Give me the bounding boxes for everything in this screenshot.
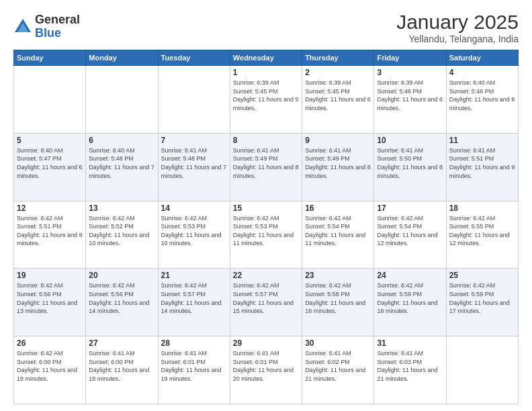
day-number: 4	[449, 68, 515, 77]
calendar-header-row: SundayMondayTuesdayWednesdayThursdayFrid…	[14, 50, 519, 66]
calendar-header-tuesday: Tuesday	[158, 50, 230, 66]
calendar-cell: 12Sunrise: 6:42 AMSunset: 5:51 PMDayligh…	[14, 201, 86, 269]
calendar-week-row: 1Sunrise: 6:39 AMSunset: 5:45 PMDaylight…	[14, 66, 519, 134]
calendar-cell: 3Sunrise: 6:39 AMSunset: 5:46 PMDaylight…	[374, 66, 446, 134]
title-area: January 2025 Yellandu, Telangana, India	[396, 11, 519, 44]
calendar-cell	[86, 66, 158, 134]
calendar-week-row: 5Sunrise: 6:40 AMSunset: 5:47 PMDaylight…	[14, 133, 519, 201]
calendar-cell: 9Sunrise: 6:41 AMSunset: 5:49 PMDaylight…	[302, 133, 374, 201]
calendar-cell: 22Sunrise: 6:42 AMSunset: 5:57 PMDayligh…	[230, 269, 302, 336]
day-info: Sunrise: 6:42 AMSunset: 5:56 PMDaylight:…	[89, 281, 154, 315]
calendar-cell: 14Sunrise: 6:42 AMSunset: 5:53 PMDayligh…	[158, 201, 230, 269]
calendar-cell: 20Sunrise: 6:42 AMSunset: 5:56 PMDayligh…	[86, 269, 158, 336]
calendar-week-row: 19Sunrise: 6:42 AMSunset: 5:56 PMDayligh…	[14, 269, 519, 336]
day-info: Sunrise: 6:42 AMSunset: 5:58 PMDaylight:…	[305, 281, 371, 315]
day-number: 26	[17, 338, 83, 348]
day-info: Sunrise: 6:42 AMSunset: 6:00 PMDaylight:…	[17, 349, 83, 383]
day-info: Sunrise: 6:42 AMSunset: 5:52 PMDaylight:…	[89, 214, 154, 248]
calendar-cell: 26Sunrise: 6:42 AMSunset: 6:00 PMDayligh…	[14, 336, 86, 404]
day-number: 14	[161, 203, 227, 213]
day-info: Sunrise: 6:42 AMSunset: 5:57 PMDaylight:…	[233, 281, 299, 315]
logo-general: General	[35, 13, 80, 27]
calendar-cell: 8Sunrise: 6:41 AMSunset: 5:49 PMDaylight…	[230, 133, 302, 201]
day-info: Sunrise: 6:41 AMSunset: 5:49 PMDaylight:…	[305, 146, 371, 180]
day-number: 27	[89, 338, 154, 348]
calendar-cell: 29Sunrise: 6:41 AMSunset: 6:01 PMDayligh…	[230, 336, 302, 404]
calendar-cell: 19Sunrise: 6:42 AMSunset: 5:56 PMDayligh…	[14, 269, 86, 336]
day-number: 9	[305, 136, 371, 145]
day-number: 13	[89, 203, 154, 213]
day-info: Sunrise: 6:42 AMSunset: 5:57 PMDaylight:…	[161, 281, 227, 315]
day-info: Sunrise: 6:42 AMSunset: 5:53 PMDaylight:…	[233, 214, 299, 248]
day-number: 5	[17, 136, 83, 145]
day-info: Sunrise: 6:42 AMSunset: 5:59 PMDaylight:…	[377, 281, 443, 315]
day-info: Sunrise: 6:41 AMSunset: 6:03 PMDaylight:…	[377, 349, 443, 383]
day-info: Sunrise: 6:41 AMSunset: 6:02 PMDaylight:…	[305, 349, 371, 383]
calendar-cell: 17Sunrise: 6:42 AMSunset: 5:54 PMDayligh…	[374, 201, 446, 269]
day-number: 20	[89, 271, 154, 280]
day-info: Sunrise: 6:41 AMSunset: 5:50 PMDaylight:…	[377, 146, 443, 180]
page: General Blue January 2025 Yellandu, Tela…	[0, 0, 532, 411]
day-info: Sunrise: 6:40 AMSunset: 5:47 PMDaylight:…	[17, 146, 83, 180]
logo: General Blue	[13, 13, 80, 40]
calendar-week-row: 12Sunrise: 6:42 AMSunset: 5:51 PMDayligh…	[14, 201, 519, 269]
day-number: 22	[233, 271, 299, 280]
calendar-cell	[158, 66, 230, 134]
calendar-cell: 7Sunrise: 6:41 AMSunset: 5:48 PMDaylight…	[158, 133, 230, 201]
day-number: 24	[377, 271, 443, 280]
calendar-header-thursday: Thursday	[302, 50, 374, 66]
calendar-header-saturday: Saturday	[446, 50, 518, 66]
calendar-header-sunday: Sunday	[14, 50, 86, 66]
calendar-header-monday: Monday	[86, 50, 158, 66]
day-info: Sunrise: 6:40 AMSunset: 5:46 PMDaylight:…	[449, 79, 515, 112]
calendar-cell: 31Sunrise: 6:41 AMSunset: 6:03 PMDayligh…	[374, 336, 446, 404]
day-number: 31	[377, 338, 443, 348]
logo-text: General Blue	[35, 13, 80, 40]
day-number: 11	[449, 136, 515, 145]
day-number: 1	[233, 68, 299, 77]
day-number: 10	[377, 136, 443, 145]
calendar-cell: 28Sunrise: 6:41 AMSunset: 6:01 PMDayligh…	[158, 336, 230, 404]
day-number: 19	[17, 271, 83, 280]
day-info: Sunrise: 6:42 AMSunset: 5:55 PMDaylight:…	[449, 214, 515, 248]
day-info: Sunrise: 6:41 AMSunset: 5:48 PMDaylight:…	[161, 146, 227, 180]
calendar-week-row: 26Sunrise: 6:42 AMSunset: 6:00 PMDayligh…	[14, 336, 519, 404]
day-info: Sunrise: 6:39 AMSunset: 5:45 PMDaylight:…	[305, 79, 371, 112]
day-number: 17	[377, 203, 443, 213]
day-info: Sunrise: 6:40 AMSunset: 5:48 PMDaylight:…	[89, 146, 154, 180]
calendar-cell: 24Sunrise: 6:42 AMSunset: 5:59 PMDayligh…	[374, 269, 446, 336]
day-number: 23	[305, 271, 371, 280]
day-number: 8	[233, 136, 299, 145]
day-number: 7	[161, 136, 227, 145]
calendar-cell: 27Sunrise: 6:41 AMSunset: 6:00 PMDayligh…	[86, 336, 158, 404]
day-info: Sunrise: 6:41 AMSunset: 6:00 PMDaylight:…	[89, 349, 154, 383]
calendar-header-friday: Friday	[374, 50, 446, 66]
day-number: 21	[161, 271, 227, 280]
day-info: Sunrise: 6:41 AMSunset: 5:51 PMDaylight:…	[449, 146, 515, 180]
day-number: 30	[305, 338, 371, 348]
calendar-cell: 16Sunrise: 6:42 AMSunset: 5:54 PMDayligh…	[302, 201, 374, 269]
day-number: 28	[161, 338, 227, 348]
day-info: Sunrise: 6:42 AMSunset: 5:54 PMDaylight:…	[377, 214, 443, 248]
calendar-cell: 18Sunrise: 6:42 AMSunset: 5:55 PMDayligh…	[446, 201, 518, 269]
day-number: 15	[233, 203, 299, 213]
day-number: 25	[449, 271, 515, 280]
day-number: 29	[233, 338, 299, 348]
day-info: Sunrise: 6:42 AMSunset: 5:53 PMDaylight:…	[161, 214, 227, 248]
day-info: Sunrise: 6:42 AMSunset: 5:59 PMDaylight:…	[449, 281, 515, 315]
day-number: 2	[305, 68, 371, 77]
calendar-cell: 4Sunrise: 6:40 AMSunset: 5:46 PMDaylight…	[446, 66, 518, 134]
day-info: Sunrise: 6:41 AMSunset: 5:49 PMDaylight:…	[233, 146, 299, 180]
calendar-cell: 11Sunrise: 6:41 AMSunset: 5:51 PMDayligh…	[446, 133, 518, 201]
calendar-cell	[446, 336, 518, 404]
header: General Blue January 2025 Yellandu, Tela…	[13, 11, 519, 44]
day-number: 3	[377, 68, 443, 77]
calendar-header-wednesday: Wednesday	[230, 50, 302, 66]
day-info: Sunrise: 6:42 AMSunset: 5:56 PMDaylight:…	[17, 281, 83, 315]
logo-blue: Blue	[35, 27, 80, 40]
day-number: 12	[17, 203, 83, 213]
calendar-cell: 1Sunrise: 6:39 AMSunset: 5:45 PMDaylight…	[230, 66, 302, 134]
calendar-cell: 23Sunrise: 6:42 AMSunset: 5:58 PMDayligh…	[302, 269, 374, 336]
day-info: Sunrise: 6:42 AMSunset: 5:54 PMDaylight:…	[305, 214, 371, 248]
day-info: Sunrise: 6:41 AMSunset: 6:01 PMDaylight:…	[233, 349, 299, 383]
